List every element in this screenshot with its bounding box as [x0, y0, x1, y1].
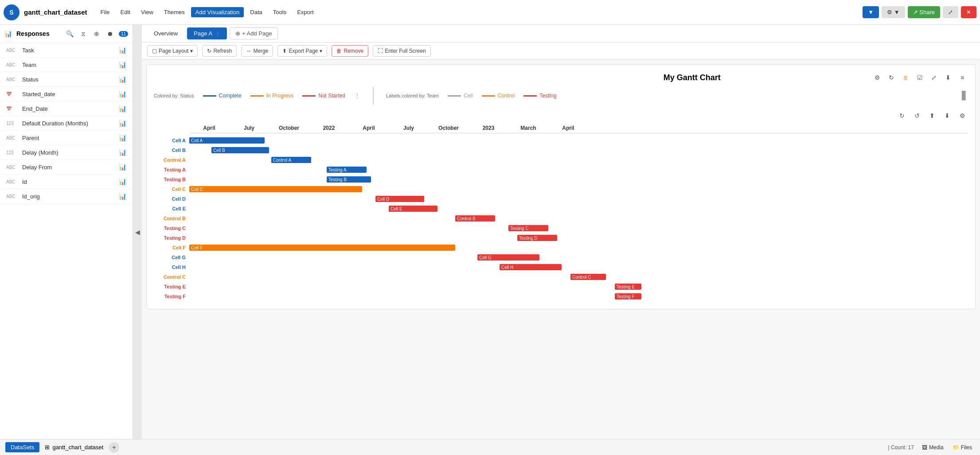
trash-icon: 🗑: [336, 48, 342, 54]
sidebar-item-delay-from[interactable]: ABC Delay From 📊: [0, 160, 133, 175]
export-page-btn[interactable]: ⬆ Export Page ▾: [277, 45, 327, 57]
main-layout: 📊 Responses 🔍 ⧖ ⊕ ⏺ 11 ABC Task 📊 ABC Te…: [0, 25, 980, 439]
menu-themes[interactable]: Themes: [160, 7, 189, 17]
record-icon-btn[interactable]: ⏺: [105, 28, 115, 39]
merge-btn[interactable]: ↔ Merge: [241, 45, 273, 57]
collapse-sidebar-btn[interactable]: ◀: [133, 25, 142, 439]
menu-tools[interactable]: Tools: [269, 7, 291, 17]
field-type: 123: [6, 150, 19, 155]
field-name: Team: [22, 62, 119, 68]
legend-scroll[interactable]: ▋: [962, 91, 968, 101]
bar-control-b: Control B: [455, 215, 495, 222]
sidebar-item-started_date[interactable]: 📅 Started_date 📊: [0, 87, 133, 101]
chart-menu-icon[interactable]: ≡: [957, 72, 968, 83]
refresh-btn[interactable]: ↻ Refresh: [202, 45, 237, 57]
media-btn[interactable]: 🖼 Media: [919, 443, 946, 451]
field-type: ABC: [6, 62, 19, 67]
field-name: Delay (Month): [22, 149, 119, 156]
menu-export[interactable]: Export: [293, 7, 318, 17]
chart-header: My Gantt Chart ⚙ ↻ ⧖ ☑ ⤢ ⬇ ≡: [154, 72, 968, 83]
chart-expand-icon[interactable]: ⤢: [928, 72, 940, 83]
sidebar-item-delay-(month)[interactable]: 123 Delay (Month) 📊: [0, 145, 133, 160]
search-icon-btn[interactable]: 🔍: [65, 28, 75, 39]
label-cell-g: Cell G: [154, 255, 189, 260]
menu-view[interactable]: View: [137, 7, 158, 17]
action-download-icon[interactable]: ⬇: [941, 110, 953, 121]
sidebar-item-status[interactable]: ABC Status 📊: [0, 72, 133, 87]
field-chart-icon[interactable]: 📊: [119, 61, 126, 68]
page-layout-btn[interactable]: ▢ Page Layout ▾: [147, 45, 198, 57]
chart-checkbox-icon[interactable]: ☑: [914, 72, 925, 83]
field-chart-icon[interactable]: 📊: [119, 47, 126, 54]
remove-btn[interactable]: 🗑 Remove: [332, 45, 368, 57]
field-chart-icon[interactable]: 📊: [119, 163, 126, 171]
add-icon-btn[interactable]: ⊕: [91, 28, 102, 39]
bar-testing-a: Testing A: [327, 167, 367, 173]
label-testing-a: Testing A: [154, 167, 189, 172]
expand-btn[interactable]: ⤢: [943, 6, 958, 18]
page-tabs: Overview Page A ⋮ ⊕ + Add Page: [142, 25, 980, 43]
menu-edit[interactable]: Edit: [116, 7, 135, 17]
bar-control-c: Control C: [570, 274, 606, 280]
chart-refresh-icon[interactable]: ↻: [886, 72, 897, 83]
menu-file[interactable]: File: [96, 7, 114, 17]
add-page-btn[interactable]: ⊕ + Add Page: [230, 27, 278, 39]
bar-testing-c: Testing C: [508, 225, 548, 231]
field-chart-icon[interactable]: 📊: [119, 90, 126, 97]
chart-settings-icon[interactable]: ⚙: [871, 72, 883, 83]
chart-filter-icon[interactable]: ⧖: [900, 72, 911, 83]
field-chart-icon[interactable]: 📊: [119, 178, 126, 185]
gantt-row-testing-e: Testing E Testing E: [154, 282, 968, 291]
label-testing-b: Testing B: [154, 177, 189, 182]
media-icon: 🖼: [922, 444, 927, 451]
tab-overview[interactable]: Overview: [147, 27, 184, 39]
sidebar-item-id[interactable]: ABC Id 📊: [0, 175, 133, 189]
menu-add-visualization[interactable]: Add Visualization: [191, 7, 244, 17]
track-control-c: Control C: [189, 274, 968, 280]
label-control-a: Control A: [154, 157, 189, 163]
field-chart-icon[interactable]: 📊: [119, 134, 126, 141]
sidebar-item-end_date[interactable]: 📅 End_Date 📊: [0, 101, 133, 116]
label-cell-d: Cell D: [154, 196, 189, 202]
content-area: Overview Page A ⋮ ⊕ + Add Page ▢ Page La…: [142, 25, 980, 439]
close-btn[interactable]: ✕: [961, 6, 976, 18]
filter-icon-btn[interactable]: ⧖: [78, 28, 89, 39]
track-cell-f: Cell F: [189, 245, 968, 251]
gantt-row-cell-e: Cell E Cell E: [154, 204, 968, 213]
menu-data[interactable]: Data: [246, 7, 266, 17]
field-chart-icon[interactable]: 📊: [119, 193, 126, 200]
filter-dropdown-btn[interactable]: ▼: [863, 6, 879, 18]
label-testing-e: Testing E: [154, 284, 189, 289]
legend-divider: [373, 87, 374, 105]
sidebar-item-team[interactable]: ABC Team 📊: [0, 58, 133, 72]
files-btn[interactable]: 📁 Files: [950, 443, 975, 451]
share-btn[interactable]: ↗ Share: [908, 6, 940, 18]
app-logo: S: [4, 4, 20, 20]
action-refresh1-icon[interactable]: ↻: [896, 110, 908, 121]
full-screen-btn[interactable]: ⛶ Enter Full Screen: [373, 45, 431, 57]
field-chart-icon[interactable]: 📊: [119, 149, 126, 156]
sidebar-item-default-duration-(months)[interactable]: 123 Default Duration (Months) 📊: [0, 116, 133, 131]
labels-colored-by-label: Labels colored by: Team: [386, 93, 439, 98]
sidebar-item-parent[interactable]: ABC Parent 📊: [0, 131, 133, 145]
gantt-row-cell-f: Cell F Cell F: [154, 243, 968, 252]
chart-download-icon[interactable]: ⬇: [942, 72, 954, 83]
sidebar-badge: 11: [119, 31, 128, 37]
add-tab-btn[interactable]: +: [109, 442, 119, 453]
tab-page-a[interactable]: Page A ⋮: [187, 27, 227, 39]
field-name: Parent: [22, 135, 119, 141]
field-chart-icon[interactable]: 📊: [119, 120, 126, 127]
sidebar-item-id_orig[interactable]: ABC Id_orig 📊: [0, 189, 133, 204]
action-refresh2-icon[interactable]: ↺: [911, 110, 923, 121]
datasets-tab[interactable]: DataSets: [5, 442, 39, 452]
sidebar-item-task[interactable]: ABC Task 📊: [0, 43, 133, 58]
settings-btn[interactable]: ⚙ ▼: [882, 6, 905, 18]
track-testing-c: Testing C: [189, 225, 968, 231]
legend-cell: Cell: [448, 93, 473, 99]
track-cell-h: Cell H: [189, 264, 968, 270]
action-gear-icon[interactable]: ⚙: [957, 110, 968, 121]
field-chart-icon[interactable]: 📊: [119, 76, 126, 83]
legend-more-icon[interactable]: ⋮: [354, 92, 360, 99]
field-chart-icon[interactable]: 📊: [119, 105, 126, 112]
action-upload-icon[interactable]: ⬆: [926, 110, 938, 121]
